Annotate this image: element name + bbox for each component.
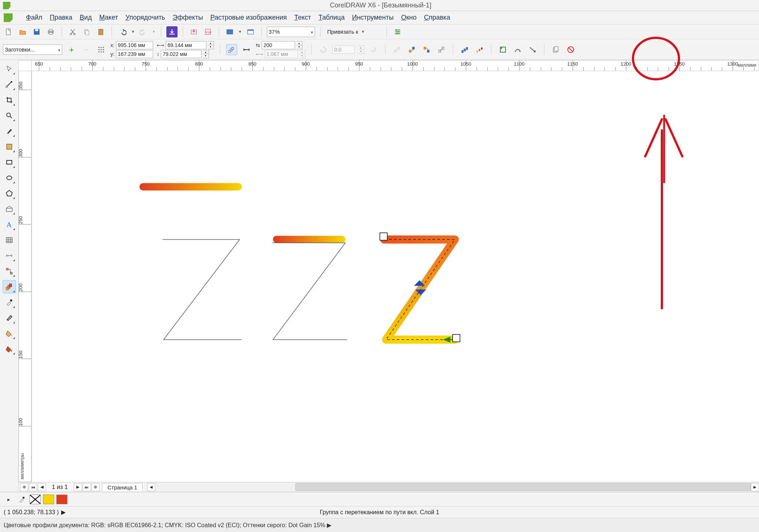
accel-objects-button[interactable]: [436, 44, 447, 55]
show-rulers-button[interactable]: [245, 26, 256, 37]
z-outline-object[interactable]: [162, 239, 241, 339]
clear-blend-button[interactable]: [565, 44, 576, 55]
smart-fill-tool[interactable]: [3, 140, 16, 153]
basic-shapes-tool[interactable]: [3, 202, 16, 216]
copy-blend-button[interactable]: [550, 44, 561, 55]
freehand-tool[interactable]: [3, 124, 16, 138]
prev-page-button[interactable]: ◀: [38, 483, 46, 491]
crop-tool[interactable]: [3, 93, 16, 107]
blend-tool[interactable]: [3, 280, 16, 293]
height-spinner[interactable]: ▴▾: [203, 50, 209, 58]
menu-help[interactable]: Справка: [424, 14, 450, 21]
blend-steps-input[interactable]: 200: [262, 41, 295, 49]
swatch-red[interactable]: [56, 495, 67, 504]
blend-options-button[interactable]: [527, 44, 538, 55]
scroll-thumb[interactable]: [295, 483, 751, 491]
fill-tool[interactable]: [3, 327, 16, 340]
color-accel-button[interactable]: [474, 44, 485, 55]
menu-edit[interactable]: Правка: [50, 14, 72, 21]
redo-dropdown[interactable]: ▼: [152, 30, 156, 34]
clockwise-blend-button[interactable]: [406, 44, 417, 55]
ellipse-tool[interactable]: [3, 171, 16, 184]
open-button[interactable]: [17, 26, 28, 37]
width-spinner[interactable]: ▴▾: [208, 41, 214, 49]
save-button[interactable]: [31, 26, 42, 37]
connector-tool[interactable]: [3, 265, 16, 278]
first-page-button[interactable]: ⏮: [29, 483, 37, 491]
menu-table[interactable]: Таблица: [318, 14, 345, 21]
pick-tool[interactable]: [3, 62, 16, 76]
add-preset-button[interactable]: ＋: [66, 44, 77, 55]
menu-view[interactable]: Вид: [80, 14, 92, 21]
swatch-yellow[interactable]: [43, 495, 54, 504]
source-objects-button[interactable]: [497, 44, 508, 55]
menu-arrange[interactable]: Упорядочить: [126, 14, 165, 21]
dimension-tool[interactable]: [3, 249, 16, 262]
blend-direct-button[interactable]: [226, 44, 237, 55]
menu-text[interactable]: Текст: [294, 14, 311, 21]
horizontal-ruler[interactable]: миллиме 65070075080085090095010001050110…: [32, 60, 759, 71]
menu-tools[interactable]: Инструменты: [352, 14, 394, 21]
steps-spinner[interactable]: ▴▾: [296, 41, 302, 49]
blend-offset-input[interactable]: 1.067 мм: [265, 50, 298, 58]
paste-button[interactable]: [95, 26, 106, 37]
ruler-origin[interactable]: [19, 60, 32, 71]
next-page-button[interactable]: ▶: [74, 483, 82, 491]
swatch-no-color[interactable]: [30, 495, 41, 504]
snap-to-combo[interactable]: Привязать к ▼: [326, 27, 381, 37]
menu-bitmaps[interactable]: Растровые изображения: [211, 14, 287, 21]
undo-dropdown[interactable]: ▼: [131, 30, 135, 34]
print-button[interactable]: [45, 26, 56, 37]
scroll-left-button[interactable]: ◀: [147, 483, 155, 491]
object-accel-button[interactable]: [459, 44, 470, 55]
full-screen-button[interactable]: [224, 26, 235, 37]
zoom-tool[interactable]: [3, 109, 16, 122]
export-button[interactable]: [188, 26, 199, 37]
direct-blend-button[interactable]: [391, 44, 402, 55]
palette-eyedropper-button[interactable]: [16, 494, 27, 505]
new-doc-button[interactable]: [3, 26, 14, 37]
z-blend-object[interactable]: [380, 233, 460, 342]
path-properties-button[interactable]: [512, 44, 523, 55]
blend-rotation-input[interactable]: 0.0: [332, 46, 355, 54]
undo-button[interactable]: [117, 26, 128, 37]
import-button[interactable]: [166, 26, 178, 37]
publish-pdf-button[interactable]: PDF: [202, 26, 213, 37]
remove-preset-button[interactable]: －: [81, 44, 92, 55]
width-input[interactable]: 69.144 мм: [166, 41, 206, 49]
scroll-right-button[interactable]: ▶: [751, 483, 759, 491]
presets-combo[interactable]: Заготовки...: [3, 44, 62, 55]
rectangle-tool[interactable]: [3, 156, 16, 169]
text-tool[interactable]: A: [3, 218, 16, 231]
add-page-button[interactable]: ⊕: [20, 483, 28, 491]
palette-flyout-button[interactable]: ▸: [3, 494, 14, 505]
copy-button[interactable]: [81, 26, 92, 37]
interactive-fill-tool[interactable]: [3, 342, 16, 356]
add-page-after-button[interactable]: ⊕: [92, 483, 100, 491]
eyedropper-tool[interactable]: [3, 296, 16, 309]
gradient-bar-object[interactable]: [139, 183, 242, 190]
menu-effects[interactable]: Эффекты: [173, 14, 203, 21]
polygon-tool[interactable]: [3, 187, 16, 200]
drawing-canvas[interactable]: [32, 71, 759, 482]
x-position-input[interactable]: 995.106 мм: [116, 41, 153, 49]
height-input[interactable]: 79.022 мм: [161, 50, 202, 58]
y-position-input[interactable]: 167.239 мм: [116, 50, 153, 58]
menu-file[interactable]: Файл: [26, 14, 42, 21]
rotation-spinner[interactable]: ▴▾: [358, 46, 364, 54]
object-origin-button[interactable]: [96, 44, 107, 55]
page-tab[interactable]: Страница 1: [102, 483, 143, 491]
table-tool[interactable]: [3, 233, 16, 247]
loop-blend-button[interactable]: [368, 44, 379, 55]
view-dropdown[interactable]: ▼: [238, 30, 242, 34]
cut-button[interactable]: [67, 26, 78, 37]
horizontal-scrollbar[interactable]: ◀ ▶: [147, 482, 759, 492]
shape-tool[interactable]: [3, 78, 16, 91]
counterclockwise-blend-button[interactable]: [421, 44, 432, 55]
vertical-ruler[interactable]: миллиметры 350300250200150100: [19, 71, 32, 482]
zoom-combo[interactable]: 37%: [267, 27, 315, 37]
redo-button[interactable]: [138, 26, 149, 37]
menu-layout[interactable]: Макет: [99, 14, 118, 21]
offset-spinner[interactable]: ▴▾: [299, 50, 305, 58]
app-menu-icon[interactable]: [4, 13, 13, 22]
